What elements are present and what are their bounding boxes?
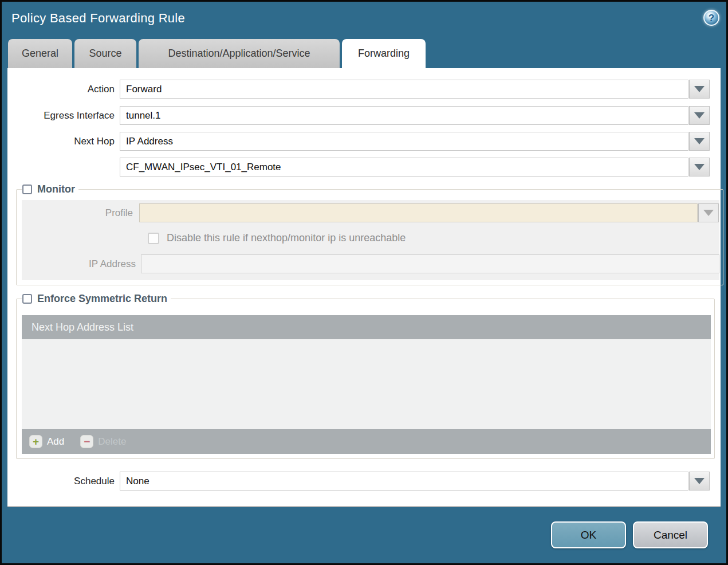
profile-row: Profile: [22, 203, 719, 222]
help-icon[interactable]: ?: [703, 10, 719, 26]
chevron-down-icon: [694, 138, 705, 144]
chevron-down-icon: [703, 210, 714, 216]
dialog-title: Policy Based Forwarding Rule: [11, 11, 185, 26]
egress-interface-dropdown-button[interactable]: [689, 106, 710, 125]
dialog-window: Policy Based Forwarding Rule ? General S…: [2, 2, 726, 563]
enforce-symmetric-return-fieldset: Enforce Symmetric Return Next Hop Addres…: [16, 293, 715, 459]
schedule-label: Schedule: [7, 476, 120, 487]
next-hop-input[interactable]: [120, 132, 688, 151]
profile-input: [139, 203, 698, 222]
schedule-dropdown-button[interactable]: [689, 472, 710, 491]
egress-interface-label: Egress Interface: [7, 110, 120, 121]
next-hop-address-input[interactable]: [120, 158, 688, 176]
cancel-button[interactable]: Cancel: [633, 521, 708, 548]
next-hop-address-dropdown-button[interactable]: [689, 158, 710, 176]
action-dropdown-button[interactable]: [689, 80, 710, 99]
monitor-ip-address-row: IP Address: [22, 254, 719, 273]
monitor-ip-address-input: [141, 254, 719, 273]
disable-rule-label: Disable this rule if nexthop/monitor ip …: [167, 232, 406, 244]
monitor-ip-address-label: IP Address: [22, 258, 141, 270]
schedule-combo: [120, 472, 710, 491]
schedule-row: Schedule: [7, 472, 721, 491]
monitor-fieldset: Monitor Profile Disable: [16, 183, 723, 285]
chevron-down-icon: [694, 86, 705, 92]
add-button-label: Add: [47, 436, 64, 448]
egress-interface-input[interactable]: [120, 106, 688, 125]
enforce-symmetric-return-checkbox[interactable]: [22, 294, 32, 304]
schedule-input[interactable]: [120, 472, 688, 491]
action-combo: [120, 80, 710, 99]
forwarding-panel: Action Egress Interface Ne: [7, 68, 721, 507]
next-hop-dropdown-button[interactable]: [689, 132, 710, 151]
help-icon-glyph: ?: [709, 13, 714, 23]
egress-interface-row: Egress Interface: [7, 106, 721, 125]
tab-source[interactable]: Source: [74, 39, 136, 68]
action-row: Action: [7, 80, 721, 99]
chevron-down-icon: [694, 478, 705, 484]
tab-destination-application-service[interactable]: Destination/Application/Service: [139, 39, 340, 68]
monitor-checkbox[interactable]: [22, 185, 32, 194]
monitor-legend: Monitor: [22, 183, 78, 195]
ok-button[interactable]: OK: [551, 521, 626, 548]
add-button[interactable]: + Add: [29, 435, 64, 448]
next-hop-address-list-toolbar: + Add − Delete: [22, 429, 711, 454]
enforce-symmetric-return-legend-label: Enforce Symmetric Return: [37, 293, 167, 305]
next-hop-address-list-body[interactable]: [22, 339, 711, 429]
plus-icon: +: [29, 435, 42, 448]
disable-rule-row: Disable this rule if nexthop/monitor ip …: [148, 232, 719, 244]
next-hop-label: Next Hop: [7, 136, 120, 147]
action-input[interactable]: [120, 80, 688, 99]
tab-bar: General Source Destination/Application/S…: [8, 39, 426, 68]
dialog-frame: Policy Based Forwarding Rule ? General S…: [0, 0, 728, 565]
egress-interface-combo: [120, 106, 710, 125]
action-label: Action: [7, 84, 120, 95]
profile-label: Profile: [22, 207, 139, 219]
tab-general[interactable]: General: [8, 39, 72, 68]
profile-dropdown-button: [698, 203, 719, 222]
disable-rule-checkbox: [148, 233, 159, 244]
next-hop-address-row: [7, 158, 721, 176]
chevron-down-icon: [694, 112, 705, 119]
delete-button: − Delete: [80, 435, 126, 448]
chevron-down-icon: [694, 164, 705, 170]
next-hop-row: Next Hop: [7, 132, 721, 151]
enforce-symmetric-return-legend: Enforce Symmetric Return: [22, 293, 171, 305]
minus-icon: −: [80, 435, 93, 448]
next-hop-address-list-header: Next Hop Address List: [22, 315, 711, 339]
next-hop-address-list-table: Next Hop Address List + Add − Delete: [22, 315, 711, 454]
next-hop-combo: [120, 132, 710, 151]
profile-combo: [139, 203, 719, 222]
monitor-legend-label: Monitor: [37, 183, 75, 195]
tab-forwarding[interactable]: Forwarding: [342, 39, 426, 68]
monitor-panel: Profile Disable this rule if nexthop/mon…: [22, 200, 719, 280]
delete-button-label: Delete: [98, 436, 126, 448]
next-hop-address-combo: [120, 158, 710, 176]
